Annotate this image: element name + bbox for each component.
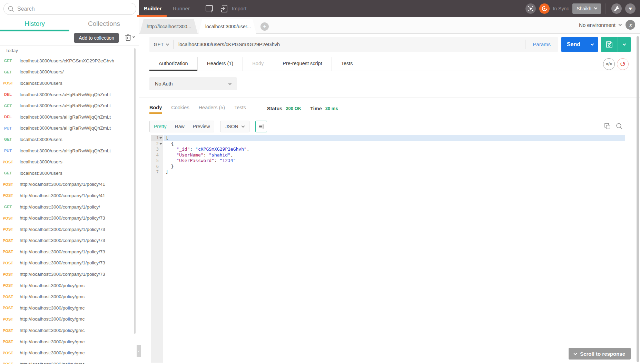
history-item[interactable]: POSThttp://localhost:3000/company/1/poli… — [0, 224, 139, 235]
view-mode-raw[interactable]: Raw — [171, 121, 189, 132]
menu-builder[interactable]: Builder — [139, 0, 167, 17]
generate-code-button[interactable]: </> — [603, 58, 615, 70]
history-item[interactable]: POSThttp://localhost:3000/policy/gmc — [0, 280, 139, 291]
search-response-icon[interactable] — [616, 122, 623, 130]
history-item[interactable]: POSThttp://localhost:3000/company/1/poli… — [0, 269, 139, 280]
method-badge: POST — [0, 216, 16, 220]
fold-arrow-icon[interactable] — [159, 137, 162, 139]
search-box[interactable] — [3, 3, 136, 15]
history-item[interactable]: POSTlocalhost:3000/users — [0, 156, 139, 168]
history-item[interactable]: PUTlocalhost:3000/users/aHgRaRwWijqQhZmL… — [0, 123, 139, 134]
reset-request-button[interactable]: ↺ — [617, 58, 629, 70]
history-item[interactable]: POSThttp://localhost:3000/policy/gmc — [0, 291, 139, 302]
response-tab-cookies[interactable]: Cookies — [171, 103, 189, 114]
history-item[interactable]: GETlocalhost:3000/users/aHgRaRwWijqQhZmL… — [0, 100, 139, 111]
view-mode-preview[interactable]: Preview — [189, 121, 214, 132]
history-url: localhost:3000/users — [20, 159, 62, 164]
copy-response-icon[interactable] — [603, 122, 611, 130]
history-item[interactable]: POSThttp://localhost:3000/policy/gmc — [0, 336, 139, 347]
interceptor-icon[interactable] — [525, 3, 536, 14]
response-tab-tests[interactable]: Tests — [234, 103, 246, 114]
token: , — [230, 152, 233, 158]
history-item[interactable]: POSThttp://localhost:3000/policy/gmc — [0, 302, 139, 314]
language-dropdown[interactable]: JSON — [220, 121, 249, 132]
environment-selector[interactable]: No environment — [579, 22, 621, 28]
line-number: 5 — [151, 158, 163, 164]
history-item[interactable]: POSThttp://localhost:3000/company/1/poli… — [0, 257, 139, 269]
tab-history[interactable]: History — [0, 17, 69, 31]
scroll-to-response-button[interactable]: Scroll to response — [569, 348, 631, 360]
method-badge: GET — [0, 104, 16, 108]
language-chevron-icon — [241, 124, 245, 128]
beautify-button[interactable] — [255, 121, 267, 132]
history-item[interactable]: POSThttp://localhost:3000/policy/gmc — [0, 347, 139, 358]
import-icon[interactable] — [220, 4, 228, 13]
sync-icon[interactable] — [539, 3, 550, 14]
request-config-tab-headers-1[interactable]: Headers (1) — [198, 57, 243, 71]
builder-content: GET localhost:3000/users/cKPGSmXG29P2eGh… — [139, 34, 640, 364]
params-button[interactable]: Params — [525, 40, 558, 49]
history-item[interactable]: POSThttp://localhost:3000/policy/gmc — [0, 325, 139, 336]
settings-wrench-icon[interactable] — [611, 3, 622, 14]
history-item[interactable]: POSThttp://localhost:3000/company/1/poli… — [0, 235, 139, 246]
history-item[interactable]: POSTlocalhost:3000/users — [0, 78, 139, 89]
url-input[interactable]: localhost:3000/users/cKPGSmXG29P2eGhvh — [174, 42, 525, 47]
history-item[interactable]: POSThttp://localhost:3000/policy/gmc — [0, 314, 139, 325]
method-dropdown[interactable]: GET — [149, 40, 174, 49]
send-button[interactable]: Send — [561, 37, 598, 52]
menu-runner[interactable]: Runner — [167, 0, 195, 17]
method-badge: POST — [0, 351, 16, 355]
method-badge: GET — [0, 70, 16, 74]
request-config-tab-body[interactable]: Body — [243, 57, 273, 71]
environment-quicklook-icon[interactable]: x — [626, 20, 635, 30]
history-url: localhost:3000/users/aHgRaRwWijqQhZmLt — [20, 92, 111, 97]
view-mode-pretty[interactable]: Pretty — [150, 121, 171, 132]
history-item[interactable]: POSThttp://localhost:3000/company/1/poli… — [0, 190, 139, 201]
sidebar-scrollbar[interactable] — [134, 48, 136, 334]
history-item[interactable]: POSThttp://localhost:3000/policy/gmc — [0, 358, 139, 364]
response-body-editor[interactable]: 1234567 [ { "_id": "cKPGSmXG29P2eGhvh", … — [151, 135, 625, 363]
request-config-tab-authorization[interactable]: Authorization — [149, 57, 198, 71]
clear-history-button[interactable] — [125, 34, 135, 41]
history-item[interactable]: GETlocalhost:3000/users — [0, 168, 139, 179]
history-item[interactable]: POSThttp://localhost:3000/company/1/poli… — [0, 212, 139, 224]
history-item[interactable]: GETlocalhost:3000/users — [0, 134, 139, 145]
close-tab-icon[interactable]: × — [254, 23, 258, 30]
response-tab-body[interactable]: Body — [149, 103, 162, 114]
request-tab-1[interactable]: http://localhost:300... — [140, 19, 198, 34]
user-menu-chevron-icon — [594, 6, 598, 10]
sidebar-collapse-handle[interactable]: ‹ — [137, 345, 141, 357]
menu-import[interactable]: Import — [231, 0, 252, 17]
history-item[interactable]: GETlocalhost:3000/users/ — [0, 67, 139, 78]
trash-menu-chevron-icon[interactable] — [132, 36, 135, 38]
new-window-icon[interactable] — [205, 4, 214, 13]
status-label: Status — [267, 106, 282, 111]
save-options-chevron-icon[interactable] — [618, 37, 631, 52]
history-item[interactable]: DELlocalhost:3000/users/aHgRaRwWijqQhZmL… — [0, 89, 139, 100]
search-input[interactable] — [17, 6, 132, 12]
history-item[interactable]: GEThttp://localhost:3000/company/1/polic… — [0, 201, 139, 213]
history-url: localhost:3000/users/aHgRaRwWijqQhZmLt — [20, 114, 111, 120]
main-scrollbar[interactable] — [637, 36, 639, 362]
response-tab-headers-5[interactable]: Headers (5) — [199, 103, 225, 114]
user-menu-button[interactable]: Shaikh — [572, 3, 601, 14]
history-url: http://localhost:3000/company/1/policy/4… — [20, 193, 105, 198]
history-item[interactable]: DELlocalhost:3000/users/aHgRaRwWijqQhZmL… — [0, 111, 139, 123]
save-button[interactable] — [601, 37, 631, 52]
history-item[interactable]: GETlocalhost:3000/users/cKPGSmXG29P2eGhv… — [0, 55, 139, 67]
history-url: localhost:3000/users — [20, 171, 62, 176]
add-tab-icon[interactable]: + — [260, 22, 269, 31]
auth-type-dropdown[interactable]: No Auth — [149, 77, 237, 90]
tab-collections[interactable]: Collections — [69, 17, 139, 31]
history-item[interactable]: POSThttp://localhost:3000/company/1/poli… — [0, 179, 139, 190]
request-config-tab-pre-request-script[interactable]: Pre-request script — [273, 57, 332, 71]
fold-arrow-icon[interactable] — [159, 143, 162, 145]
history-url: http://localhost:3000/company/1/policy/7… — [20, 227, 105, 232]
history-item[interactable]: PUTlocalhost:3000/users/aHgRaRwWijqQhZmL… — [0, 145, 139, 156]
favorites-heart-icon[interactable]: ♥ — [625, 3, 636, 14]
history-url: localhost:3000/users — [20, 137, 62, 142]
request-tab-2[interactable]: localhost:3000/user... × — [198, 19, 256, 34]
send-options-chevron-icon[interactable] — [586, 37, 598, 52]
history-item[interactable]: POSThttp://localhost:3000/company/1/poli… — [0, 246, 139, 257]
request-config-tab-tests[interactable]: Tests — [332, 57, 362, 71]
